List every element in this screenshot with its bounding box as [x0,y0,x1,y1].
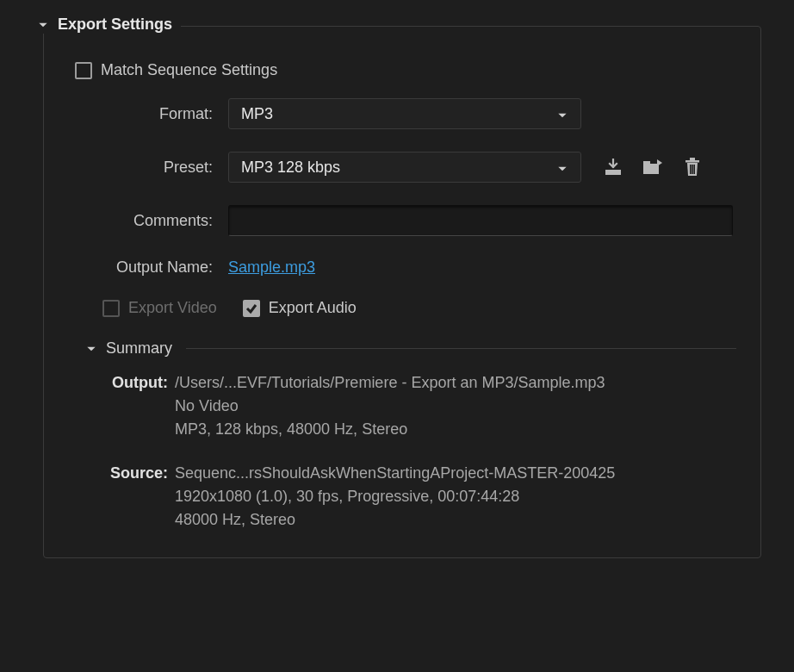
format-row: Format: MP3 [68,98,736,129]
save-preset-button[interactable] [602,156,624,178]
summary-output-video: No Video [175,395,605,418]
output-name-row: Output Name: Sample.mp3 [68,258,736,277]
summary-output-row: Output: /Users/...EVF/Tutorials/Premiere… [101,371,736,441]
summary-source-label: Source: [101,462,175,532]
summary-section: Summary Output: /Users/...EVF/Tutorials/… [85,339,736,532]
summary-source-video: 1920x1080 (1.0), 30 fps, Progressive, 00… [175,485,615,508]
export-audio-checkbox[interactable] [243,300,260,317]
delete-preset-button[interactable] [681,156,704,178]
export-settings-title: Export Settings [58,16,172,34]
summary-output-audio: MP3, 128 kbps, 48000 Hz, Stereo [175,418,605,441]
format-value: MP3 [241,105,273,123]
svg-rect-1 [643,164,659,174]
summary-output-path: /Users/...EVF/Tutorials/Premiere - Expor… [175,371,605,395]
export-settings-disclosure[interactable] [37,19,49,31]
match-sequence-checkbox[interactable] [75,62,92,79]
summary-output-value: /Users/...EVF/Tutorials/Premiere - Expor… [175,371,605,441]
export-audio-label: Export Audio [269,299,357,317]
preset-row: Preset: MP3 128 kbps [68,152,736,183]
match-sequence-label: Match Sequence Settings [101,61,277,79]
svg-rect-3 [685,160,699,163]
comments-row: Comments: [68,205,736,236]
check-icon [245,302,257,314]
export-video-checkbox [102,300,120,317]
import-preset-icon [642,158,664,177]
export-settings-group: Export Settings Match Sequence Settings … [43,26,761,558]
svg-rect-5 [690,165,692,174]
chevron-down-icon [556,108,568,120]
export-settings-header: Export Settings [37,16,181,34]
trash-icon [683,157,702,177]
match-sequence-row: Match Sequence Settings [75,61,736,79]
preset-value: MP3 128 kbps [241,159,340,177]
chevron-down-icon [556,161,568,173]
export-audio-toggle: Export Audio [243,299,357,317]
svg-rect-7 [693,165,695,174]
format-select[interactable]: MP3 [228,98,581,129]
output-name-label: Output Name: [68,258,228,277]
summary-divider [186,348,736,349]
summary-source-name: Sequenc...rsShouldAskWhenStartingAProjec… [175,462,615,485]
output-name-link[interactable]: Sample.mp3 [228,258,315,277]
format-label: Format: [68,105,228,123]
summary-output-label: Output: [101,371,175,441]
summary-source-value: Sequenc...rsShouldAskWhenStartingAProjec… [175,462,615,532]
summary-header: Summary [85,339,736,358]
summary-body: Output: /Users/...EVF/Tutorials/Premiere… [101,371,736,532]
svg-rect-4 [690,158,695,160]
svg-rect-2 [643,161,650,165]
export-toggles: Export Video Export Audio [102,299,736,317]
summary-source-audio: 48000 Hz, Stereo [175,508,615,532]
export-settings-panel: Export Settings Match Sequence Settings … [43,26,761,558]
save-preset-icon [603,158,623,177]
chevron-down-icon [85,343,97,355]
summary-title: Summary [106,339,172,358]
comments-label: Comments: [68,212,228,230]
svg-rect-6 [692,165,693,174]
preset-select[interactable]: MP3 128 kbps [228,152,581,183]
summary-source-row: Source: Sequenc...rsShouldAskWhenStartin… [101,462,736,532]
comments-input[interactable] [228,205,733,236]
svg-rect-0 [605,170,621,175]
preset-label: Preset: [68,159,228,177]
chevron-down-icon [37,19,49,31]
preset-actions [602,156,704,178]
export-video-toggle: Export Video [102,299,217,317]
export-video-label: Export Video [128,299,217,317]
summary-disclosure[interactable] [85,343,97,355]
import-preset-button[interactable] [642,156,664,178]
